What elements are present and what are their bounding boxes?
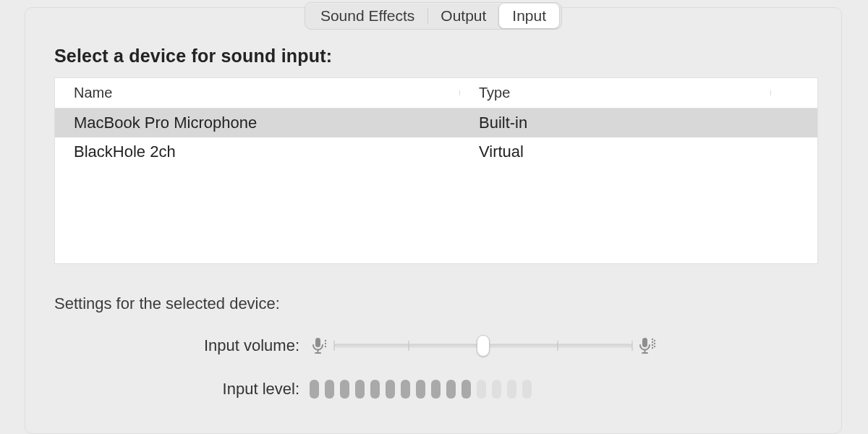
svg-point-3 (325, 340, 326, 341)
tab-output[interactable]: Output (427, 4, 499, 27)
tab-input[interactable]: Input (499, 4, 559, 27)
input-volume-row: Input volume: (98, 333, 798, 358)
table-row[interactable]: MacBook Pro MicrophoneBuilt-in (55, 109, 817, 137)
svg-rect-0 (315, 338, 320, 347)
level-segment (507, 380, 516, 399)
level-segment (431, 380, 441, 399)
level-segment (522, 380, 532, 399)
device-type: Built-in (460, 114, 817, 132)
slider-tick (558, 341, 558, 351)
col-type[interactable]: Type (460, 85, 771, 101)
svg-point-14 (654, 343, 655, 344)
svg-point-9 (652, 339, 653, 340)
svg-point-12 (652, 347, 653, 349)
level-segment (401, 380, 410, 399)
svg-point-10 (652, 341, 653, 343)
level-segment (310, 380, 319, 399)
input-volume-label: Input volume: (98, 336, 304, 355)
svg-point-13 (654, 340, 655, 341)
level-segment (416, 380, 425, 399)
svg-rect-6 (642, 338, 647, 347)
device-name: BlackHole 2ch (55, 142, 460, 161)
slider-tick (334, 341, 335, 351)
svg-point-15 (654, 346, 655, 347)
input-level-row: Input level: (98, 380, 798, 399)
svg-point-4 (325, 343, 326, 344)
sound-tabs: Sound Effects Output Input (305, 2, 562, 30)
slider-thumb[interactable] (477, 335, 490, 357)
slider-tick (409, 341, 409, 351)
sound-settings-panel: Sound Effects Output Input Select a devi… (25, 7, 842, 434)
level-segment (492, 380, 501, 399)
table-row[interactable]: BlackHole 2chVirtual (55, 137, 817, 166)
svg-point-11 (652, 344, 653, 346)
mic-high-icon (637, 335, 657, 357)
level-segment (386, 380, 395, 399)
svg-point-5 (325, 346, 326, 347)
section-heading: Select a device for sound input: (54, 46, 332, 67)
col-name[interactable]: Name (55, 85, 460, 101)
input-device-table: Name Type MacBook Pro MicrophoneBuilt-in… (54, 77, 818, 264)
level-segment (461, 380, 471, 399)
level-segment (355, 380, 365, 399)
input-level-meter (310, 380, 532, 399)
level-segment (340, 380, 349, 399)
device-type: Virtual (460, 142, 817, 161)
settings-subheading: Settings for the selected device: (54, 294, 280, 313)
level-segment (370, 380, 380, 399)
device-name: MacBook Pro Microphone (55, 114, 460, 132)
tab-sound-effects[interactable]: Sound Effects (307, 4, 427, 27)
table-body: MacBook Pro MicrophoneBuilt-inBlackHole … (55, 109, 817, 166)
slider-tick (632, 341, 633, 351)
input-level-label: Input level: (98, 380, 304, 399)
input-volume-slider[interactable] (310, 333, 657, 358)
level-segment (325, 380, 334, 399)
table-header: Name Type (55, 78, 817, 109)
level-segment (446, 380, 456, 399)
mic-low-icon (310, 335, 330, 357)
level-segment (477, 380, 486, 399)
